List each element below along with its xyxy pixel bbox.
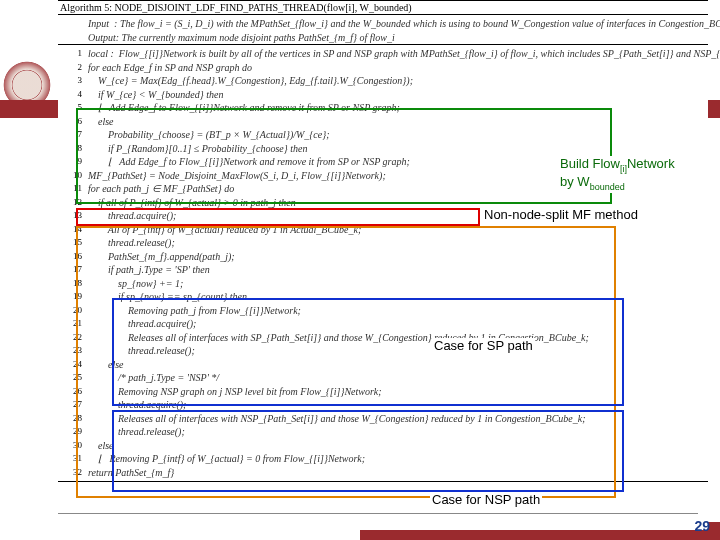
- box-nsp-path: [112, 410, 624, 492]
- box-build-flow: [76, 108, 612, 204]
- algorithm-input: Input : The flow_i = (S_i, D_i) with the…: [88, 17, 720, 31]
- label-build-flow: Build Flow[i]Network by Wbounded: [558, 156, 720, 193]
- algorithm-title: Algorithm 5: NODE_DISJOINT_LDF_FIND_PATH…: [58, 0, 708, 15]
- label-nsp: Case for NSP path: [430, 492, 542, 508]
- box-mf-method: [76, 208, 480, 226]
- footer-rule: [58, 513, 698, 514]
- label-mf: Non-node-split MF method: [482, 207, 640, 223]
- algorithm-output: Output: The currently maximum node disjo…: [88, 31, 706, 45]
- box-sp-path: [112, 298, 624, 406]
- page-number: 29: [694, 518, 710, 534]
- label-sp: Case for SP path: [432, 338, 535, 354]
